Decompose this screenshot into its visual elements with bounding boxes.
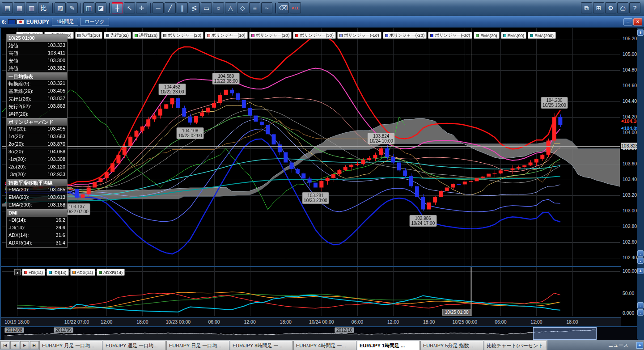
settings-icon[interactable]: ⚙ [605,2,616,13]
data-window-icon[interactable]: ▥ [26,2,37,13]
parallel-channel-tool-icon[interactable]: ∥ [177,2,188,13]
info-row-label: 始値: [8,42,20,49]
legend-color-chip [49,271,52,274]
legend-item[interactable]: 先行2(52) [104,32,131,39]
legend-color-chip [135,34,138,37]
multi-line-tool-icon[interactable]: ≡ [249,2,260,13]
toolbar-separator [109,3,110,13]
legend-item[interactable]: ボリンジャー(20) [161,32,203,39]
chart-tab[interactable]: EUR/JPY 1時間足 ... [357,341,420,350]
currency-pair-label: EUR/JPY [26,19,49,25]
chart-window-titlebar[interactable]: 6: EUR/JPY 1時間足 ローソク – × [0,16,644,28]
legend-item-label: ボリンジャー(-1σ) [344,33,379,38]
main-chart-canvas[interactable] [1,28,621,266]
eraser-icon[interactable]: ⌫ [278,2,289,13]
legend-item-label: ボリンジャー(2σ) [256,33,290,38]
help-icon[interactable]: ? [629,2,640,13]
new-chart-icon[interactable]: ▦ [14,2,25,13]
erase-all-icon[interactable]: ALL [290,2,301,13]
horizontal-line-tool-icon[interactable]: ─ [153,2,164,13]
price-zoom-out-button[interactable]: - [637,250,644,257]
dmi-scale-reset-button[interactable]: - [637,309,644,316]
edit-icon[interactable]: ✎ [67,2,78,13]
legend-item[interactable]: EMA(200) [528,32,556,39]
data-window-panel[interactable]: 10/25 01:00 始値:103.333高値:103.411安値:103.3… [6,34,68,248]
legend-item[interactable]: ボリンジャー(-2σ) [383,32,427,39]
legend-item[interactable]: 遅行1(26) [132,32,160,39]
tab-scroll-button[interactable]: |◀ [0,341,9,349]
new-window-icon[interactable]: ⧉ [581,2,592,13]
dmi-zoom-out-button[interactable]: - [637,302,644,308]
timeframe-button[interactable]: 1時間足 [52,18,78,26]
chart-type-button[interactable]: ローソク [80,18,109,26]
info-row: 高値:103.411 [7,50,67,57]
price-axis-label: 102.40 [623,255,637,260]
trend-line-tool-icon[interactable]: ╱ [165,2,176,13]
legend-item[interactable]: ボリンジャー(-3σ) [428,32,472,39]
legend-item[interactable]: ボリンジャー(1σ) [205,32,248,39]
chart-tab[interactable]: EUR/JPY 8時間足 一... [230,341,293,350]
triangle-tool-icon[interactable]: △ [225,2,236,13]
chart-tab[interactable]: EUR/JPY 5分足 指数... [420,341,483,350]
time-tick-label: 12:00 [387,319,399,325]
ellipse-tool-icon[interactable]: ○ [213,2,224,13]
chart-tab[interactable]: EUR/JPY 月足 一目均... [39,341,102,350]
time-tick-label: 06:00 [352,319,363,325]
cursor-tool-icon[interactable]: ↖ [124,2,135,13]
close-button[interactable]: × [633,18,642,25]
panel-splitter[interactable] [1,266,638,267]
legend-item-label: ボリンジャー(-3σ) [435,33,470,38]
toolbar-separator [150,3,151,13]
dmi-legend-item[interactable]: ADXR(14) [97,269,125,276]
legend-item[interactable]: ボリンジャー(-1σ) [337,32,381,39]
price-zoom-in-button[interactable]: + [637,30,644,36]
news-tab[interactable]: ニュース [606,342,631,349]
info-row: ADX(14):31.6 [7,232,67,240]
chart-tab[interactable]: EUR/JPY 日足 一目均... [166,341,229,350]
dmi-zoom-in-button[interactable]: + [637,268,644,274]
fibonacci-tool-icon[interactable]: ≶ [189,2,200,13]
legend-item[interactable]: EMA(20) [474,32,499,39]
collapse-dmi-panel-button[interactable]: ▲ [14,269,21,275]
add-chart-button[interactable]: + [636,342,643,349]
data-window-title: 10/25 01:00 [7,34,67,42]
minimize-button[interactable]: – [623,18,632,25]
crosshair-tool-icon[interactable]: ╂ [112,2,123,13]
price-scale-reset-button[interactable]: - [637,257,644,264]
info-row-label: 先行2(52): [8,103,31,110]
rectangle-tool-icon[interactable]: ▭ [201,2,212,13]
time-tick-label: 18:00 [136,319,148,325]
tab-scroll-button[interactable]: ◀ [10,341,19,349]
screenshot-icon[interactable]: ▨ [55,2,66,13]
compare-chart-icon[interactable]: 比 [38,2,49,13]
save-template-icon[interactable]: ◫ [83,2,94,13]
chart-list-icon[interactable]: ▤ [2,2,13,13]
tab-scroll-button[interactable]: ▶| [30,341,39,349]
chart-tab[interactable]: 比較チャート(パーセント... [484,341,547,350]
navigator-canvas[interactable] [1,326,638,340]
freehand-tool-icon[interactable]: ~ [261,2,272,13]
navigator-period-label: 2012/09 [54,327,73,333]
info-row-label: -1σ(20): [8,156,26,163]
hand-tool-icon[interactable]: ✛ [136,2,147,13]
info-row-value: 103.120 [47,164,65,171]
dmi-legend-item[interactable]: ADX(14) [70,269,95,276]
tab-scroll-button[interactable]: ▶ [20,341,29,349]
dmi-legend: ▲+DI(14)-DI(14)ADX(14)ADXR(14) [14,269,126,276]
print-icon[interactable]: ⎙ [617,2,628,13]
polygon-tool-icon[interactable]: ◇ [237,2,248,13]
dmi-legend-item[interactable]: -DI(14) [47,269,69,276]
legend-item[interactable]: ボリンジャー(3σ) [293,32,336,39]
legend-item[interactable]: EMA(90) [501,32,526,39]
legend-item[interactable]: ボリンジャー(2σ) [249,32,292,39]
info-row-label: 2σ(20): [8,141,25,148]
chart-tab[interactable]: EUR/JPY 週足 一目均... [103,341,166,350]
load-template-icon[interactable]: ◪ [95,2,106,13]
chart-tab[interactable]: EUR/JPY 4時間足 一... [293,341,356,350]
dmi-legend-item[interactable]: +DI(14) [22,269,45,276]
time-tick-label: 10/23 00:00 [166,319,191,325]
info-section-header: DMI [7,209,67,217]
info-row-label: 転換線(9): [8,80,31,87]
tile-windows-icon[interactable]: ⊞ [593,2,604,13]
legend-item[interactable]: 先行1(26) [75,32,102,39]
